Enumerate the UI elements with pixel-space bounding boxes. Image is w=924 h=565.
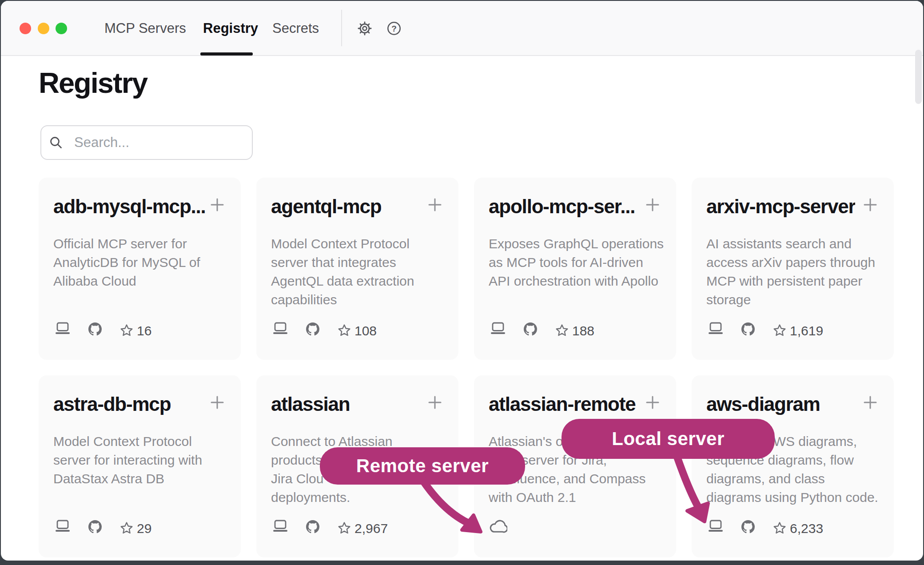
search-box	[40, 125, 253, 160]
add-server-button[interactable]	[645, 395, 660, 410]
card-description-line: AgentQL data extraction	[271, 272, 414, 290]
minimize-window-button[interactable]	[38, 23, 49, 34]
server-card[interactable]: agentql-mcp Model Context Protocol serve…	[256, 178, 458, 360]
server-card[interactable]: apollo-mcp-ser... Exposes GraphQL operat…	[474, 178, 676, 360]
card-description: AI assistants search and access arXiv pa…	[706, 235, 875, 309]
star-icon	[120, 324, 133, 338]
card-description-line: API orchestration with Apollo	[489, 272, 664, 290]
star-icon	[338, 324, 351, 338]
laptop-icon	[55, 519, 71, 535]
star-icon	[773, 324, 786, 338]
tab-secrets[interactable]: Secrets	[272, 21, 319, 36]
app-window: MCP Servers Registry Secrets	[1, 1, 923, 561]
card-description-line: deployments.	[271, 488, 393, 507]
card-description-line: MCP with persistent paper	[706, 272, 875, 290]
local-server-callout-label: Local server	[612, 428, 725, 450]
card-description-line: with OAuth 2.1	[489, 488, 646, 507]
card-description: Model Context Protocol server that integ…	[271, 235, 414, 309]
card-description-line: AI assistants search and	[706, 235, 875, 253]
card-description-line: as MCP tools for AI-driven	[489, 253, 664, 272]
card-title: atlassian-remote	[489, 393, 636, 415]
remote-server-callout: Remote server	[320, 447, 525, 485]
card-title: agentql-mcp	[271, 195, 381, 218]
card-description-line: capabilities	[271, 290, 414, 309]
card-description: Exposes GraphQL operations as MCP tools …	[489, 235, 664, 290]
star-icon	[555, 324, 569, 338]
card-description-line: Exposes GraphQL operations	[489, 235, 664, 253]
star-icon	[338, 521, 351, 536]
card-description-line: access arXiv papers through	[706, 253, 875, 272]
titlebar-divider	[341, 10, 342, 46]
search-input[interactable]	[40, 125, 253, 160]
star-icon	[120, 521, 133, 536]
laptop-icon	[490, 322, 506, 338]
card-description-line: DataStax Astra DB	[53, 470, 202, 488]
card-description-line: Model Context Protocol	[53, 432, 202, 451]
page-title: Registry	[39, 66, 147, 99]
svg-text:?: ?	[391, 24, 397, 33]
cloud-icon	[489, 518, 507, 536]
github-icon	[306, 322, 319, 338]
card-description-line: server that integrates	[271, 253, 414, 272]
card-title: adb-mysql-mcp...	[53, 195, 206, 218]
laptop-icon	[55, 322, 71, 338]
star-count: 108	[354, 323, 377, 338]
add-server-button[interactable]	[210, 395, 225, 410]
card-title: atlassian	[271, 393, 350, 415]
add-server-button[interactable]	[210, 197, 225, 212]
card-description-line: Model Context Protocol	[271, 235, 414, 253]
star-count: 6,233	[790, 521, 823, 536]
card-title: apollo-mcp-ser...	[489, 195, 635, 218]
star-count: 188	[572, 323, 594, 338]
github-icon	[741, 520, 755, 535]
github-icon	[88, 322, 102, 338]
card-description-line: diagrams, and class	[706, 470, 878, 488]
server-card[interactable]: astra-db-mcp Model Context Protocol serv…	[39, 375, 241, 557]
add-server-button[interactable]	[645, 197, 660, 212]
laptop-icon	[272, 322, 288, 338]
card-title: aws-diagram	[706, 393, 820, 415]
search-icon	[49, 135, 63, 151]
card-description-line: Official MCP server for	[53, 235, 200, 253]
card-description: Model Context Protocol server for intera…	[53, 432, 202, 488]
github-icon	[524, 322, 537, 338]
add-server-button[interactable]	[863, 395, 878, 410]
card-description: Official MCP server for AnalyticDB for M…	[53, 235, 200, 290]
github-icon	[306, 520, 319, 535]
local-server-callout: Local server	[562, 419, 775, 459]
laptop-icon	[272, 519, 288, 535]
server-card[interactable]: arxiv-mcp-server AI assistants search an…	[692, 178, 894, 360]
laptop-icon	[708, 322, 724, 338]
star-count: 29	[137, 521, 151, 536]
add-server-button[interactable]	[427, 197, 442, 212]
tab-mcp-servers[interactable]: MCP Servers	[104, 21, 186, 36]
card-title: arxiv-mcp-server	[706, 195, 855, 218]
server-card[interactable]: adb-mysql-mcp... Official MCP server for…	[39, 178, 241, 360]
vertical-scrollbar[interactable]	[915, 50, 922, 104]
card-title: astra-db-mcp	[53, 393, 171, 415]
star-count: 1,619	[790, 323, 823, 338]
card-description-line: storage	[706, 290, 875, 309]
card-description-line: server for interacting with	[53, 451, 202, 470]
active-tab-indicator	[200, 52, 253, 56]
help-icon[interactable]: ?	[387, 21, 401, 36]
card-description-line: diagrams using Python code.	[706, 488, 878, 507]
titlebar: MCP Servers Registry Secrets	[1, 1, 923, 56]
tab-registry[interactable]: Registry	[203, 21, 258, 36]
close-window-button[interactable]	[20, 23, 31, 34]
zoom-window-button[interactable]	[56, 23, 67, 34]
star-count: 16	[137, 323, 151, 338]
settings-gear-icon[interactable]	[358, 21, 372, 36]
star-count: 2,967	[354, 521, 388, 536]
github-icon	[741, 322, 755, 338]
star-icon	[773, 521, 786, 536]
add-server-button[interactable]	[863, 197, 878, 212]
screen: { "colors": { "accent": "#b03377", "back…	[0, 0, 924, 565]
laptop-icon	[708, 519, 724, 535]
github-icon	[88, 520, 102, 535]
server-card[interactable]: aws-diagram Generate AWS diagrams, seque…	[692, 375, 894, 557]
add-server-button[interactable]	[427, 395, 442, 410]
remote-server-callout-label: Remote server	[356, 455, 489, 477]
card-description-line: AnalyticDB for MySQL of	[53, 253, 200, 272]
card-description-line: Alibaba Cloud	[53, 272, 200, 290]
